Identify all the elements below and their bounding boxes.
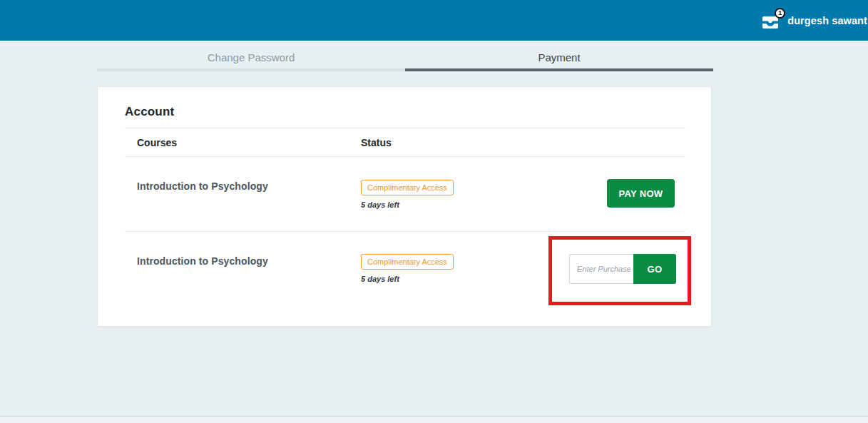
status-badge: Complimentary Access <box>361 180 454 195</box>
pay-now-button[interactable]: PAY NOW <box>607 179 675 208</box>
go-button[interactable]: GO <box>633 254 676 284</box>
notification-count-badge: 1 <box>775 8 785 19</box>
settings-tabs: Change Password Payment <box>97 41 713 71</box>
account-card: Account Courses Status Introduction to P… <box>97 86 712 327</box>
footer-strip <box>0 416 868 423</box>
status-cell: Complimentary Access 5 days left <box>361 254 454 283</box>
notifications-inbox-icon[interactable]: 1 <box>760 12 780 31</box>
purchase-code-input[interactable] <box>569 254 633 284</box>
page-title: Account <box>125 105 174 119</box>
user-name[interactable]: durgesh sawant <box>787 15 867 26</box>
purchase-code-group: GO <box>569 254 676 284</box>
tab-change-password[interactable]: Change Password <box>97 41 405 71</box>
course-title: Introduction to Psychology <box>137 180 268 192</box>
tab-payment[interactable]: Payment <box>405 41 713 71</box>
column-header-courses: Courses <box>137 137 177 148</box>
divider <box>125 156 685 157</box>
days-left-note: 5 days left <box>361 200 454 209</box>
divider <box>125 128 685 128</box>
course-title: Introduction to Psychology <box>137 255 268 267</box>
row-divider <box>125 231 685 232</box>
header-bar: 1 durgesh sawant <box>0 0 868 41</box>
status-badge: Complimentary Access <box>361 254 454 270</box>
status-cell: Complimentary Access 5 days left <box>361 180 454 209</box>
days-left-note: 5 days left <box>361 275 454 283</box>
column-header-status: Status <box>361 137 392 148</box>
user-menu[interactable]: 1 durgesh sawant <box>760 0 868 41</box>
